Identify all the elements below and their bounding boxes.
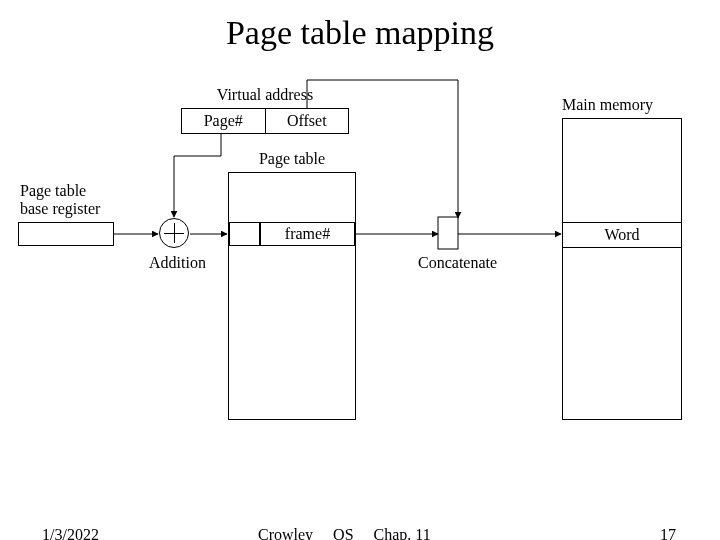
- label-addition: Addition: [149, 254, 206, 272]
- cell-word: Word: [563, 222, 681, 248]
- label-page-table: Page table: [228, 150, 356, 168]
- page-table-base-register: [18, 222, 114, 246]
- cell-page-number: Page#: [182, 109, 266, 133]
- label-ptbr-line2: base register: [20, 200, 100, 218]
- footer-page: 17: [660, 526, 676, 540]
- footer-date: 1/3/2022: [42, 526, 99, 540]
- slide-title: Page table mapping: [0, 14, 720, 52]
- cell-offset: Offset: [266, 109, 349, 133]
- footer-chapter: Chap. 11: [374, 526, 431, 540]
- svg-rect-3: [438, 217, 458, 249]
- addition-icon: [159, 218, 189, 248]
- footer-author: Crowley: [258, 526, 313, 540]
- footer-center: Crowley OS Chap. 11: [258, 526, 431, 540]
- label-main-memory: Main memory: [562, 96, 692, 114]
- main-memory-box: [562, 118, 682, 420]
- footer-course: OS: [333, 526, 353, 540]
- label-virtual-address: Virtual address: [181, 86, 349, 104]
- virtual-address-box: Page# Offset: [181, 108, 349, 134]
- page-table-entry-left: [229, 222, 260, 246]
- label-ptbr-line1: Page table: [20, 182, 86, 200]
- label-concatenate: Concatenate: [418, 254, 497, 272]
- cell-frame-number: frame#: [260, 222, 355, 246]
- page-table-box: [228, 172, 356, 420]
